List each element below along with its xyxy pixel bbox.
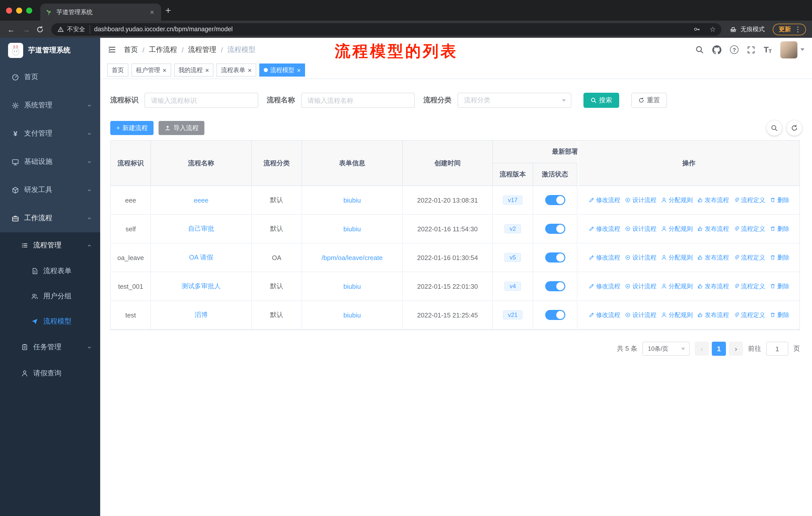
action-publish-process[interactable]: 发布流程 (697, 311, 729, 319)
action-publish-process[interactable]: 发布流程 (697, 253, 729, 262)
user-avatar[interactable] (780, 41, 805, 58)
process-name-link[interactable]: 自己审批 (188, 224, 214, 233)
action-assign-rule[interactable]: 分配规则 (661, 196, 693, 204)
sidebar-item-infrastructure[interactable]: 基础设施 (0, 147, 100, 176)
breadcrumb-item[interactable]: 工作流程 (149, 45, 177, 54)
action-design-process[interactable]: 设计流程 (625, 224, 657, 233)
form-info-link[interactable]: biubiu (343, 196, 361, 204)
sidebar-item-task-management[interactable]: 任务管理 (0, 334, 100, 360)
action-edit-process[interactable]: 修改流程 (588, 253, 620, 262)
address-bar[interactable]: 不安全 dashboard.yudao.iocoder.cn/bpm/manag… (51, 23, 721, 35)
action-delete[interactable]: 删除 (770, 196, 789, 204)
action-design-process[interactable]: 设计流程 (625, 282, 657, 291)
prev-page-button[interactable]: ‹ (695, 342, 709, 356)
toggle-search-button[interactable] (767, 120, 782, 136)
active-toggle[interactable] (545, 281, 565, 291)
tag-process-form[interactable]: 流程表单 × (216, 63, 256, 77)
goto-page-input[interactable] (766, 342, 788, 356)
active-toggle[interactable] (545, 310, 565, 320)
active-toggle[interactable] (545, 224, 565, 234)
breadcrumb-item[interactable]: 流程管理 (188, 45, 216, 54)
action-delete[interactable]: 删除 (770, 253, 789, 262)
refresh-table-button[interactable] (787, 120, 802, 136)
action-delete[interactable]: 删除 (770, 224, 789, 233)
tag-close-icon[interactable]: × (248, 67, 252, 73)
sidebar-item-payment[interactable]: ¥ 支付管理 (0, 119, 100, 147)
new-tab-button[interactable]: + (161, 5, 175, 16)
process-name-link[interactable]: 滔博 (195, 310, 208, 320)
tag-tenant-management[interactable]: 租户管理 × (132, 63, 171, 77)
window-close-button[interactable] (6, 7, 12, 13)
font-size-icon[interactable]: TT (764, 46, 772, 54)
window-minimize-button[interactable] (16, 7, 22, 13)
action-process-definition[interactable]: 流程定义 (733, 311, 765, 319)
tab-close-icon[interactable]: × (148, 8, 156, 16)
tag-process-model[interactable]: 流程模型 × (259, 63, 305, 77)
action-assign-rule[interactable]: 分配规则 (661, 253, 693, 262)
action-design-process[interactable]: 设计流程 (625, 253, 657, 262)
action-process-definition[interactable]: 流程定义 (733, 196, 765, 204)
active-toggle[interactable] (545, 195, 565, 205)
sidebar-toggle-icon[interactable] (108, 45, 116, 54)
sidebar-item-user-group[interactable]: 用户分组 (0, 284, 100, 309)
fullscreen-icon[interactable] (747, 46, 755, 54)
action-edit-process[interactable]: 修改流程 (588, 196, 620, 204)
sidebar-item-workflow[interactable]: 工作流程 (0, 204, 100, 232)
action-publish-process[interactable]: 发布流程 (697, 282, 729, 291)
browser-tab[interactable]: 芋道管理系统 × (40, 3, 161, 21)
search-button[interactable]: 搜索 (583, 93, 619, 108)
process-name-input[interactable] (301, 93, 415, 108)
process-name-link[interactable]: OA 请假 (189, 253, 213, 262)
action-design-process[interactable]: 设计流程 (625, 311, 657, 319)
process-id-input[interactable] (144, 93, 258, 108)
breadcrumb-item[interactable]: 首页 (124, 45, 138, 54)
create-process-button[interactable]: + 新建流程 (110, 121, 154, 135)
sidebar-item-process-form[interactable]: 流程表单 (0, 259, 100, 284)
sidebar-item-process-management[interactable]: 流程管理 (0, 232, 100, 259)
sidebar-item-leave-query[interactable]: 请假查询 (0, 360, 100, 386)
help-icon[interactable]: ? (730, 45, 738, 54)
action-edit-process[interactable]: 修改流程 (588, 311, 620, 319)
form-info-link[interactable]: biubiu (343, 311, 361, 319)
action-publish-process[interactable]: 发布流程 (697, 196, 729, 204)
tag-close-icon[interactable]: × (163, 67, 166, 73)
tag-my-process[interactable]: 我的流程 × (174, 63, 213, 77)
s idebar-item-system[interactable]: 系统管理 (0, 91, 100, 119)
reload-icon[interactable] (36, 25, 46, 33)
process-name-link[interactable]: 测试多审批人 (181, 282, 221, 291)
tag-close-icon[interactable]: × (297, 67, 301, 73)
reset-button[interactable]: 重置 (631, 93, 667, 108)
action-assign-rule[interactable]: 分配规则 (661, 311, 693, 319)
bookmark-star-icon[interactable]: ☆ (709, 25, 716, 33)
github-icon[interactable] (712, 45, 721, 54)
sidebar-item-devtools[interactable]: 研发工具 (0, 176, 100, 204)
action-assign-rule[interactable]: 分配规则 (661, 224, 693, 233)
action-process-definition[interactable]: 流程定义 (733, 282, 765, 291)
import-process-button[interactable]: 导入流程 (159, 121, 205, 135)
form-info-link[interactable]: /bpm/oa/leave/create (322, 254, 383, 261)
action-delete[interactable]: 删除 (770, 311, 789, 319)
back-icon[interactable]: ← (6, 25, 16, 33)
action-assign-rule[interactable]: 分配规则 (661, 282, 693, 291)
search-icon[interactable] (695, 45, 704, 54)
action-publish-process[interactable]: 发布流程 (697, 224, 729, 233)
category-select[interactable]: 流程分类 (458, 93, 571, 108)
form-info-link[interactable]: biubiu (343, 282, 361, 290)
forward-icon[interactable]: → (21, 25, 31, 33)
page-size-select[interactable]: 10条/页 (642, 342, 690, 356)
action-delete[interactable]: 删除 (770, 282, 789, 291)
tag-home[interactable]: 首页 (107, 63, 128, 77)
browser-menu-icon[interactable]: ⋮ (794, 25, 802, 33)
page-button-1[interactable]: 1 (712, 342, 726, 356)
password-key-icon[interactable] (693, 26, 700, 33)
active-toggle[interactable] (545, 252, 565, 263)
next-page-button[interactable]: › (729, 342, 743, 356)
sidebar-item-home[interactable]: 首页 (0, 63, 100, 91)
sidebar-item-process-model[interactable]: 流程模型 (0, 309, 100, 334)
security-chip[interactable]: 不安全 (57, 25, 90, 33)
action-process-definition[interactable]: 流程定义 (733, 253, 765, 262)
action-process-definition[interactable]: 流程定义 (733, 224, 765, 233)
update-button[interactable]: 更新 ⋮ (773, 23, 806, 35)
form-info-link[interactable]: biubiu (343, 225, 361, 233)
action-edit-process[interactable]: 修改流程 (588, 224, 620, 233)
